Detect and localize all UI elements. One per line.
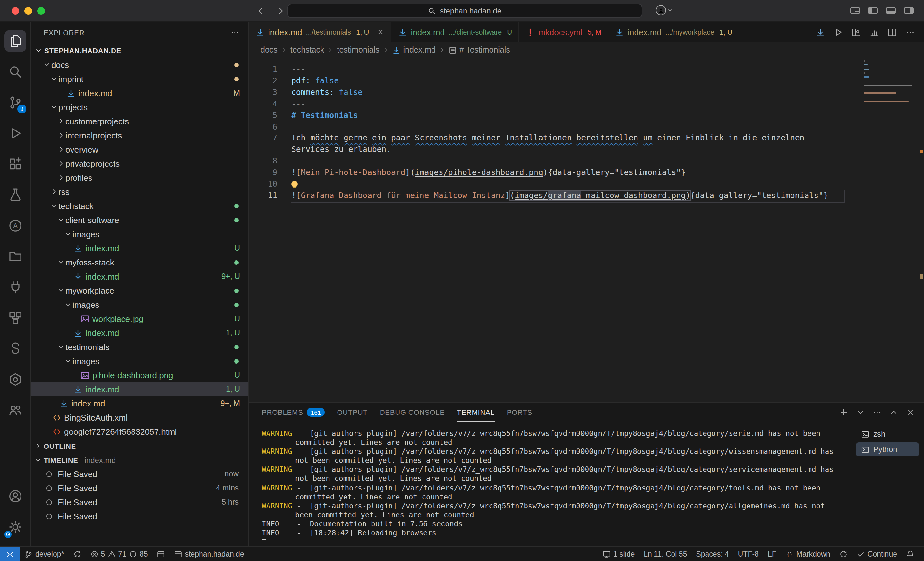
status-problems[interactable]: 57185 — [86, 547, 152, 561]
traffic-light-zoom[interactable] — [37, 7, 45, 14]
activity-run-debug[interactable] — [0, 118, 31, 149]
run-play-icon[interactable] — [834, 27, 843, 37]
activity-project-folder[interactable] — [0, 241, 31, 272]
status-sync-status[interactable] — [835, 547, 852, 561]
forward-arrow-icon[interactable] — [276, 6, 285, 15]
tab-index.md[interactable]: index.md.../myworkplace1, U — [608, 22, 740, 42]
activity-account[interactable] — [0, 481, 31, 512]
back-arrow-icon[interactable] — [256, 6, 266, 15]
status-slides[interactable]: 1 slide — [598, 547, 639, 561]
close-panel-close-icon[interactable] — [906, 408, 915, 417]
status-remote[interactable] — [0, 547, 20, 561]
tree-item-index.md[interactable]: index.md9+, U — [31, 269, 248, 283]
tab-index.md[interactable]: index.md.../testimonials1, U — [249, 22, 392, 42]
tree-item-index.md[interactable]: index.md9+, M — [31, 396, 248, 410]
tree-item-customerprojects[interactable]: customerprojects — [31, 114, 248, 128]
code-line-7[interactable]: 7Ich möchte gerne ein paar Screenshots m… — [249, 133, 924, 156]
activity-hexagon-tool[interactable] — [0, 364, 31, 395]
panel-bottom-icon[interactable] — [886, 7, 896, 14]
status-eol[interactable]: LF — [763, 547, 781, 561]
export-arrow-down-icon[interactable] — [816, 27, 825, 37]
breadcrumb-item[interactable]: index.md — [392, 45, 435, 54]
close-icon[interactable] — [377, 28, 385, 36]
activity-settings[interactable] — [0, 512, 31, 542]
activity-extensions[interactable] — [0, 149, 31, 180]
code-line-4[interactable]: 4--- — [249, 99, 924, 110]
timeline-section[interactable]: TIMELINE index.md — [31, 453, 248, 467]
maximize-panel-chevron-up-icon[interactable] — [890, 408, 898, 417]
panel-tab-terminal[interactable]: TERMINAL — [457, 402, 495, 422]
tree-item-images[interactable]: images — [31, 298, 248, 311]
panel-tab-problems[interactable]: PROBLEMS161 — [262, 402, 325, 422]
tree-item-BingSiteAuth.xml[interactable]: BingSiteAuth.xml — [31, 410, 248, 425]
code-line-9[interactable]: 9![Mein Pi-hole-Dashboard](images/pihole… — [249, 168, 924, 179]
activity-accounts-people[interactable] — [0, 395, 31, 426]
activity-circle-a[interactable]: A — [0, 210, 31, 241]
activity-python[interactable] — [0, 334, 31, 364]
panel-left-icon[interactable] — [868, 7, 878, 14]
tree-item-googlef727264f56832057.html[interactable]: googlef727264f56832057.html — [31, 425, 248, 438]
status-branch[interactable]: develop* — [20, 547, 69, 561]
timeline-item[interactable]: File Saved4 mins — [31, 481, 248, 495]
more-actions-ellipsis-icon[interactable] — [905, 27, 915, 37]
code-line-8[interactable]: 8 — [249, 156, 924, 168]
tree-item-rss[interactable]: rss — [31, 185, 248, 199]
status-sync[interactable] — [69, 547, 86, 561]
status-language-mode[interactable]: {}Markdown — [781, 547, 835, 561]
status-continue[interactable]: Continue — [852, 547, 902, 561]
timeline-item[interactable]: File Savednow — [31, 467, 248, 481]
terminal-output[interactable]: WARNING - [git-authors-plugin] /var/fold… — [249, 422, 856, 546]
tree-item-index.md[interactable]: index.md1, U — [31, 382, 248, 396]
activity-search[interactable] — [0, 57, 31, 87]
graph-graph-icon[interactable] — [870, 27, 879, 37]
tree-item-testimonials[interactable]: testimonials — [31, 340, 248, 354]
code-line-5[interactable]: 5# Testimonials — [249, 110, 924, 121]
terminal-instance-zsh[interactable]: zsh — [856, 427, 919, 441]
tree-item-imprint[interactable]: imprint — [31, 72, 248, 86]
tree-item-myfoss-stack[interactable]: myfoss-stack — [31, 255, 248, 269]
panel-more-ellipsis-icon[interactable] — [873, 408, 882, 417]
status-cursor-position[interactable]: Ln 11, Col 55 — [639, 547, 692, 561]
split-editor-split-icon[interactable] — [887, 27, 897, 37]
status-encoding[interactable]: UTF-8 — [734, 547, 763, 561]
timeline-item[interactable]: File Saved — [31, 509, 248, 523]
activity-explorer[interactable] — [0, 25, 31, 57]
activity-plug[interactable] — [0, 272, 31, 303]
code-line-3[interactable]: 3comments: false — [249, 87, 924, 99]
tree-item-client-software[interactable]: client-software — [31, 213, 248, 227]
panel-tab-ports[interactable]: PORTS — [507, 402, 532, 422]
tab-mkdocs.yml[interactable]: mkdocs.yml5, M — [519, 22, 608, 42]
code-line-2[interactable]: 2pdf: false — [249, 76, 924, 87]
lightbulb-icon[interactable] — [291, 181, 298, 187]
traffic-light-close[interactable] — [12, 7, 19, 14]
new-terminal-plus-icon[interactable] — [839, 408, 848, 417]
tree-item-techstack[interactable]: techstack — [31, 199, 248, 213]
tree-item-profiles[interactable]: profiles — [31, 171, 248, 185]
status-live-site[interactable]: stephan.hadan.de — [170, 547, 249, 561]
views-more-actions-icon[interactable] — [230, 28, 239, 37]
tree-item-images[interactable]: images — [31, 227, 248, 241]
workspace-root-row[interactable]: STEPHAN.HADAN.DE — [31, 43, 248, 58]
breadcrumb-item[interactable]: techstack — [290, 45, 324, 54]
breadcrumb-item[interactable]: # Testimonials — [448, 45, 510, 54]
tab-index.md[interactable]: index.md.../client-softwareU — [392, 22, 519, 42]
code-line-11[interactable]: 11![Grafana-Dashboard für meine Mailcow-… — [249, 190, 924, 202]
tree-item-images[interactable]: images — [31, 354, 248, 368]
terminal-instance-python[interactable]: Python — [856, 442, 919, 456]
tree-item-overview[interactable]: overview — [31, 142, 248, 156]
activity-source-control[interactable]: 9 — [0, 87, 31, 118]
tree-item-myworkplace[interactable]: myworkplace — [31, 283, 248, 298]
traffic-light-minimize[interactable] — [24, 7, 32, 14]
status-ports[interactable] — [152, 547, 170, 561]
tree-item-internalprojects[interactable]: internalprojects — [31, 128, 248, 142]
breadcrumb-item[interactable]: testimonials — [337, 45, 379, 54]
preview-side-preview-icon[interactable] — [852, 27, 861, 37]
panel-right-icon[interactable] — [904, 7, 914, 14]
layout-customize-icon[interactable] — [850, 7, 860, 14]
code-line-1[interactable]: 1--- — [249, 64, 924, 76]
tree-item-docs[interactable]: docs — [31, 58, 248, 72]
code-line-10[interactable]: 10 — [249, 179, 924, 190]
minimap[interactable] — [864, 60, 915, 105]
tree-item-pihole-dashboard.png[interactable]: pihole-dashboard.pngU — [31, 368, 248, 382]
breadcrumb-item[interactable]: docs — [261, 45, 278, 54]
